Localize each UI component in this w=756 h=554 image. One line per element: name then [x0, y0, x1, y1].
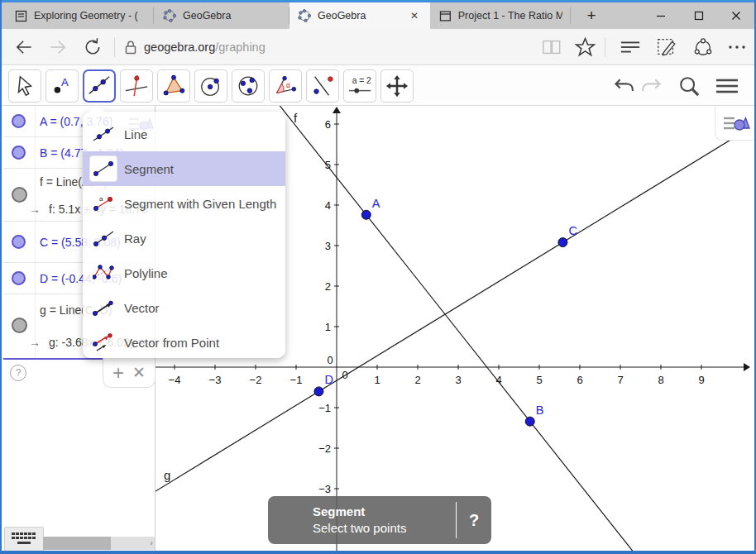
tab-label: Project 1 - The Ratio M [458, 10, 562, 21]
tab-geogebra-active[interactable]: GeoGebra ✕ [289, 2, 430, 29]
menu-item-vector-from-point[interactable]: Vector from Point [83, 325, 285, 360]
point-label-B: B [536, 404, 544, 417]
algebra-h-scrollbar[interactable]: › [43, 537, 155, 550]
redo-button[interactable] [639, 66, 665, 106]
algebra-input-actions: + ✕ [103, 358, 156, 388]
tooltip-text: Segment Select two points [268, 504, 456, 537]
url-host: geogebra.org [144, 41, 215, 54]
tab-bar: Exploring Geometry - ( GeoGebra GeoGebra… [2, 0, 754, 29]
geogebra-logo [163, 9, 176, 22]
tool-slider[interactable]: a = 2 [343, 69, 376, 103]
more-icon [727, 44, 747, 50]
tool-angle[interactable]: α [269, 69, 302, 103]
minimize-icon [656, 11, 666, 21]
virtual-keyboard-button[interactable] [4, 527, 44, 552]
more-button[interactable] [723, 29, 751, 65]
y-tick-label: 2 [325, 280, 331, 293]
page-icon [15, 10, 27, 22]
tool-circle[interactable] [194, 69, 227, 103]
navbar-separator [114, 37, 115, 57]
line-label-f: f [294, 111, 298, 125]
visibility-marble[interactable] [12, 187, 27, 203]
move-cursor-icon [12, 74, 37, 98]
segment-icon [93, 160, 114, 178]
menu-item-line[interactable]: Line [83, 117, 285, 151]
x-tick-label: −1 [290, 374, 303, 386]
search-icon [677, 74, 701, 98]
y-tick-label: −1 [318, 402, 331, 414]
tool-polygon[interactable] [157, 69, 190, 103]
tab-geogebra-1[interactable]: GeoGebra [155, 2, 289, 29]
circle-tool-icon [199, 74, 223, 98]
menu-item-label: Segment [124, 162, 174, 176]
perpendicular-tool-icon [124, 74, 149, 98]
back-button[interactable] [12, 29, 36, 65]
visibility-marble[interactable] [12, 235, 26, 249]
tool-perpendicular-line[interactable] [120, 69, 153, 103]
slider-tool-label: a = 2 [352, 76, 371, 85]
x-tick-label: 5 [536, 374, 542, 386]
address-bar[interactable]: geogebra.org/graphing [144, 29, 266, 65]
graphics-stylebar-button[interactable] [715, 106, 756, 141]
share-button[interactable] [688, 29, 718, 65]
visibility-marble[interactable] [12, 146, 26, 160]
refresh-button[interactable] [80, 29, 105, 65]
tool-conic[interactable] [232, 69, 265, 103]
main-menu-button[interactable] [711, 66, 743, 106]
polyline-icon [93, 264, 114, 282]
add-icon[interactable]: + [112, 361, 124, 384]
menu-item-polyline[interactable]: Polyline [83, 256, 285, 290]
hub-button[interactable] [615, 29, 645, 65]
close-icon [731, 11, 741, 21]
new-tab-button[interactable]: + [578, 2, 605, 29]
tool-move-view[interactable] [380, 69, 414, 103]
graph-point-D[interactable] [314, 387, 323, 396]
tab-close-icon[interactable]: ✕ [407, 8, 422, 23]
browser-window: Exploring Geometry - ( GeoGebra GeoGebra… [0, 0, 756, 554]
tool-reflect[interactable] [306, 69, 339, 103]
graph-point-C[interactable] [558, 238, 567, 247]
scrollbar-thumb[interactable] [43, 537, 111, 550]
menu-item-segment-selected[interactable]: Segment [83, 151, 285, 186]
slider-tool-icon: a = 2 [347, 74, 373, 98]
favorites-button[interactable] [571, 29, 599, 65]
forward-button[interactable] [45, 29, 70, 65]
vector-from-point-icon [93, 333, 114, 351]
tool-move[interactable] [8, 69, 41, 103]
graph-point-B[interactable] [525, 417, 534, 426]
tab-exploring-geometry[interactable]: Exploring Geometry - ( [7, 2, 154, 29]
tool-line-selected[interactable] [83, 69, 116, 103]
help-button[interactable]: ? [10, 365, 26, 381]
visibility-marble[interactable] [12, 114, 26, 128]
origin-label: 0 [327, 354, 333, 366]
point-label-C: C [568, 224, 577, 237]
ray-icon [93, 229, 114, 247]
undo-icon [613, 76, 634, 96]
tooltip-help-button[interactable]: ? [457, 511, 491, 530]
tool-point[interactable]: A [45, 69, 79, 103]
conic-tool-icon [236, 74, 261, 98]
close-window-button[interactable] [718, 2, 754, 29]
segment-length-icon: a [93, 194, 114, 213]
window-icon [439, 10, 452, 22]
visibility-marble[interactable] [12, 271, 26, 285]
menu-item-label: Line [124, 127, 147, 141]
tab-label: GeoGebra [318, 10, 400, 21]
navbar-separator [605, 37, 605, 57]
menu-item-segment-given-length[interactable]: a Segment with Given Length [83, 186, 285, 221]
y-tick-label: −3 [318, 483, 331, 495]
tooltip-subtitle: Select two points [313, 520, 456, 537]
maximize-button[interactable] [681, 2, 717, 29]
line-tools-dropdown: Line Segment a Segment with Given Length… [83, 112, 285, 358]
undo-button[interactable] [610, 66, 637, 106]
search-button[interactable] [675, 66, 703, 106]
visibility-marble[interactable] [12, 318, 27, 333]
minimize-button[interactable] [643, 2, 679, 29]
menu-item-vector[interactable]: Vector [83, 290, 285, 325]
graph-point-A[interactable] [361, 210, 371, 219]
reading-view-button[interactable] [538, 29, 566, 65]
tab-project-1[interactable]: Project 1 - The Ratio M [431, 2, 571, 29]
close-input-icon[interactable]: ✕ [132, 363, 146, 382]
web-note-button[interactable] [652, 29, 682, 65]
menu-item-ray[interactable]: Ray [83, 221, 285, 256]
